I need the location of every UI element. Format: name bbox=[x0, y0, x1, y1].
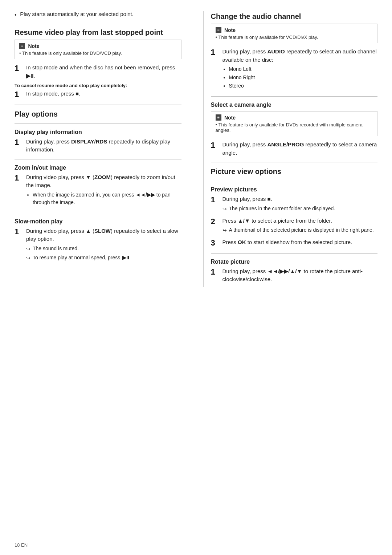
display-step1-num: 1 bbox=[15, 138, 23, 147]
zoom-title: Zoom in/out image bbox=[15, 165, 181, 171]
slow-step1-text: During video play, press bbox=[26, 228, 84, 234]
change-audio-note-icon: ≡ bbox=[216, 27, 221, 33]
change-audio-bold: AUDIO bbox=[267, 48, 285, 54]
resume-note-label: Note bbox=[28, 43, 39, 49]
resume-step1-text: In stop mode and when the disc has not b… bbox=[26, 64, 175, 70]
preview-pictures-title: Preview pictures bbox=[211, 186, 378, 193]
camera-angle-bold: ANGLE/PROG bbox=[267, 141, 304, 147]
preview-step3-text: Press bbox=[222, 239, 236, 245]
zoom-step1-symbol: ▼ ( bbox=[86, 174, 94, 180]
preview-step1-symbol: ■ bbox=[267, 196, 270, 202]
resume-step1-symbol: ▶II bbox=[26, 73, 33, 79]
preview-step2-rest: to select a picture from the folder. bbox=[252, 218, 332, 224]
preview-step1: 1 During play, press ■. ↪ The pictures i… bbox=[211, 195, 378, 214]
audio-bullet-mono-right: Mono Right bbox=[229, 74, 378, 81]
cancel-step1-num: 1 bbox=[15, 90, 23, 99]
change-audio-note-text: This feature is only available for VCD/D… bbox=[218, 35, 318, 40]
resume-step1-num: 1 bbox=[15, 64, 23, 73]
zoom-step1-text: During video play, press bbox=[26, 174, 84, 180]
resume-step1: 1 In stop mode and when the disc has not… bbox=[15, 64, 181, 80]
page-number: 18 EN bbox=[15, 542, 28, 548]
rotate-step1-symbol: ◄◄/▶▶/▲/▼ bbox=[267, 268, 302, 274]
slow-motion-title: Slow-motion play bbox=[15, 218, 181, 225]
preview-step2-text: Press bbox=[222, 218, 236, 224]
cancel-step1-text: In stop mode, press bbox=[26, 90, 74, 97]
preview-step2: 2 Press ▲/▼ to select a picture from the… bbox=[211, 217, 378, 236]
preview-step1-num: 1 bbox=[211, 195, 219, 204]
change-audio-step1-text: During play, press bbox=[222, 48, 266, 54]
resume-note-icon: ≡ bbox=[19, 43, 25, 49]
slow-arrow2: ↪ To resume play at normal speed, press … bbox=[26, 254, 181, 262]
rotate-step1: 1 During play, press ◄◄/▶▶/▲/▼ to rotate… bbox=[211, 267, 378, 284]
change-audio-note-label: Note bbox=[224, 27, 236, 33]
camera-angle-step1: 1 During play, press ANGLE/PROG repeated… bbox=[211, 141, 378, 157]
camera-angle-note-box: ≡ Note • This feature is only available … bbox=[211, 111, 378, 136]
preview-step1-arrow: ↪ The pictures in the current folder are… bbox=[222, 205, 378, 213]
display-step1-text: During play, press bbox=[26, 138, 70, 145]
resume-step1-period: . bbox=[33, 73, 35, 79]
display-info-title: Display play information bbox=[15, 129, 181, 135]
preview-step1-text: During play, press bbox=[222, 196, 266, 202]
display-step1: 1 During play, press DISPLAY/RDS repeate… bbox=[15, 138, 181, 154]
preview-step2-num: 2 bbox=[211, 217, 219, 226]
preview-step3-num: 3 bbox=[211, 238, 219, 248]
audio-bullet-mono-left: Mono Left bbox=[229, 65, 378, 73]
camera-angle-note-icon: ≡ bbox=[216, 114, 221, 121]
zoom-bullet1: When the image is zoomed in, you can pre… bbox=[33, 191, 181, 206]
rotate-step1-num: 1 bbox=[211, 267, 219, 277]
camera-angle-step1-text: During play, press bbox=[222, 141, 266, 147]
camera-angle-title: Select a camera angle bbox=[211, 102, 378, 108]
preview-step2-arrow: ↪ A thumbnail of the selected picture is… bbox=[222, 226, 378, 234]
resume-note-box: ≡ Note • This feature is only available … bbox=[15, 40, 181, 59]
audio-bullet-stereo: Stereo bbox=[229, 82, 378, 90]
slow-step1: 1 During video play, press ▲ (SLOW) repe… bbox=[15, 227, 181, 263]
zoom-step1: 1 During video play, press ▼ (ZOOM) repe… bbox=[15, 173, 181, 208]
preview-step3: 3 Press OK to start slideshow from the s… bbox=[211, 238, 378, 248]
preview-step2-symbol: ▲/▼ bbox=[238, 218, 250, 224]
camera-angle-step1-num: 1 bbox=[211, 141, 219, 150]
change-audio-step1: 1 During play, press AUDIO repeatedly to… bbox=[211, 48, 378, 91]
zoom-step1-bold: ZOOM bbox=[94, 174, 111, 180]
zoom-step1-num: 1 bbox=[15, 173, 23, 183]
cancel-symbol: ■ bbox=[75, 90, 79, 97]
change-audio-step1-num: 1 bbox=[211, 48, 219, 57]
play-options-title: Play options bbox=[15, 110, 181, 118]
preview-step3-rest: to start slideshow from the selected pic… bbox=[248, 239, 352, 245]
cancel-label: To cancel resume mode and stop play comp… bbox=[15, 83, 181, 88]
intro-bullet-text: Play starts automatically at your select… bbox=[20, 11, 134, 18]
rotate-step1-text: During play, press bbox=[222, 268, 266, 274]
display-step1-bold: DISPLAY/RDS bbox=[71, 138, 107, 145]
picture-view-title: Picture view options bbox=[211, 167, 378, 176]
slow-arrow1: ↪ The sound is muted. bbox=[26, 245, 181, 253]
change-audio-note-box: ≡ Note • This feature is only available … bbox=[211, 24, 378, 43]
slow-step1-bold: SLOW bbox=[94, 228, 111, 234]
resume-note-text: This feature is only available for DVD/V… bbox=[22, 50, 122, 56]
camera-angle-note-text: This feature is only available for DVDs … bbox=[216, 122, 363, 133]
rotate-picture-title: Rotate picture bbox=[211, 259, 378, 265]
preview-step3-bold: OK bbox=[238, 239, 246, 245]
slow-step1-num: 1 bbox=[15, 227, 23, 236]
change-audio-title: Change the audio channel bbox=[211, 12, 378, 21]
slow-step1-symbol: ▲ ( bbox=[86, 228, 94, 234]
camera-angle-note-label: Note bbox=[224, 115, 236, 121]
cancel-step1: 1 In stop mode, press ■. bbox=[15, 90, 181, 99]
resume-title: Resume video play from last stopped poin… bbox=[15, 28, 181, 37]
